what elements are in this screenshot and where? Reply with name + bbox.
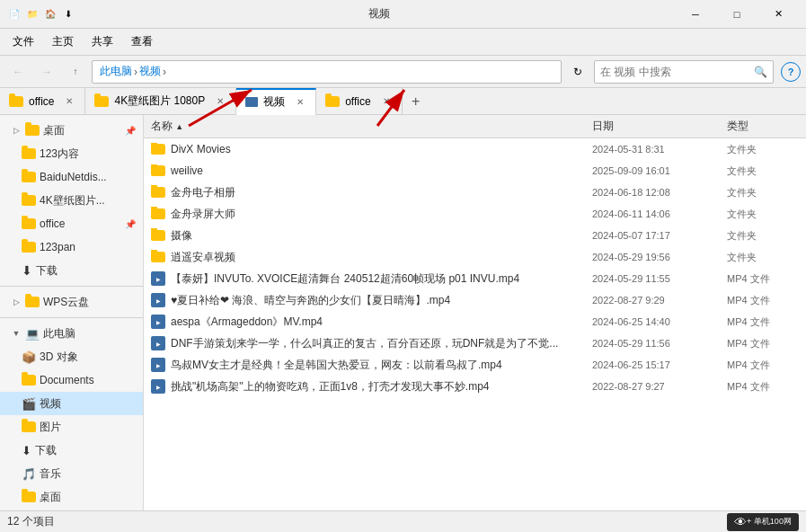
search-input[interactable] (600, 66, 750, 78)
mp4-icon-aespa (151, 315, 165, 329)
sidebar-item-thispc[interactable]: ▼ 💻 此电脑 (0, 322, 143, 345)
watermark: 👁+ 单机100网 (727, 513, 799, 531)
sidebar-item-3d[interactable]: 📦 3D 对象 (0, 345, 143, 368)
tab-4k-close[interactable]: ✕ (214, 95, 226, 108)
file-row[interactable]: 挑战"机场高架"上的物资吃鸡，正面1v8，打壳才发现大事不妙.mp4 2022-… (144, 376, 806, 397)
sidebar-item-123pan[interactable]: 123pan (0, 235, 143, 259)
menu-home[interactable]: 主页 (43, 31, 83, 53)
mp4-icon-summer (151, 293, 165, 307)
minimize-button[interactable]: ─ (675, 0, 716, 29)
file-row[interactable]: weilive 2025-09-09 16:01 文件夹 (144, 160, 806, 182)
file-name-weilive: weilive (151, 164, 592, 177)
file-name-divxmovies: DivX Movies (151, 143, 592, 155)
forward-button[interactable]: → (34, 60, 59, 84)
tab-office2-close[interactable]: ✕ (380, 95, 393, 108)
file-list-header: 名称 ▲ 日期 类型 (144, 115, 806, 138)
tab-office2-icon (325, 96, 340, 107)
sidebar-icon-wps (25, 297, 40, 307)
file-row[interactable]: 金舟电子相册 2024-06-18 12:08 文件夹 (144, 182, 806, 203)
sidebar-item-videos[interactable]: 🎬 视频 (0, 392, 143, 415)
up-button[interactable]: ↑ (63, 60, 88, 84)
title-icon-folder: 📁 (25, 7, 40, 22)
sidebar-item-123[interactable]: 123内容 (0, 142, 143, 165)
sidebar-label-desktop: 桌面 (43, 123, 65, 138)
sidebar-item-documents[interactable]: Documents (0, 368, 143, 392)
sidebar-item-music[interactable]: 🎵 音乐 (0, 462, 143, 485)
sidebar-item-desktop2[interactable]: 桌面 (0, 485, 143, 509)
folder-icon-weilive (151, 165, 165, 176)
address-box[interactable]: 此电脑 › 视频 › (92, 60, 562, 84)
tab-office1[interactable]: office ✕ (0, 88, 85, 115)
search-icon[interactable]: 🔍 (754, 66, 767, 78)
window-controls: ─ □ ✕ (675, 0, 799, 29)
tab-office1-icon (9, 96, 23, 107)
file-row[interactable]: aespa《Armageddon》MV.mp4 2024-06-25 14:40… (144, 311, 806, 332)
tab-video-close[interactable]: ✕ (294, 96, 306, 109)
sidebar-item-office[interactable]: office 📌 (0, 212, 143, 235)
menu-bar: 文件 主页 共享 查看 (0, 29, 806, 56)
tab-office1-close[interactable]: ✕ (63, 95, 75, 108)
breadcrumb-sep1: › (134, 66, 137, 78)
file-row[interactable]: 金舟录屏大师 2024-06-11 14:06 文件夹 (144, 203, 806, 225)
refresh-button[interactable]: ↻ (565, 60, 590, 84)
sidebar-expand-wps: ▷ (11, 297, 22, 307)
sidebar-item-downloads[interactable]: ⬇ 下载 (0, 439, 143, 462)
sidebar-label-videos: 视频 (40, 396, 61, 412)
file-type-weilive: 文件夹 (727, 164, 799, 178)
file-row[interactable]: 摄像 2024-05-07 17:17 文件夹 (144, 225, 806, 246)
sidebar-icon-desktop2 (22, 492, 36, 502)
folder-icon-sheying (151, 230, 165, 241)
sidebar-item-download[interactable]: ⬇ 下载 (0, 259, 143, 282)
back-button[interactable]: ← (5, 60, 31, 84)
file-date-taeyon: 2024-05-29 11:55 (592, 273, 727, 284)
sidebar-pin-office: 📌 (125, 219, 136, 229)
file-row[interactable]: 逍遥安卓视频 2024-05-29 19:56 文件夹 (144, 246, 806, 268)
maximize-button[interactable]: □ (716, 0, 757, 29)
tab-4k-label: 4K壁纸图片 1080P (114, 93, 205, 109)
sidebar-item-desktop[interactable]: ▷ 桌面 📌 (0, 119, 143, 142)
sidebar-expand-thispc: ▼ (11, 328, 22, 339)
col-header-name[interactable]: 名称 ▲ (151, 119, 592, 134)
file-type-dnf: MP4 文件 (727, 337, 799, 350)
file-row[interactable]: 【泰妍】INVUTo. XVOICE超清舞台 240512超清60帧现场 p01… (144, 268, 806, 289)
sidebar-pin-desktop: 📌 (125, 126, 136, 136)
file-row[interactable]: ♥夏日补给❤ 海浪、晴空与奔跑的少女们【夏日晴海】.mp4 2022-08-27… (144, 289, 806, 311)
mp4-icon-niaozu (151, 358, 165, 372)
mp4-icon-dnf (151, 336, 165, 350)
title-bar: 📄 📁 🏠 ⬇ 视频 ─ □ ✕ (0, 0, 806, 29)
sidebar-icon-baidu (22, 172, 36, 182)
tab-video[interactable]: 视频 ✕ (236, 88, 316, 115)
close-button[interactable]: ✕ (757, 0, 799, 29)
address-bar: ← → ↑ 此电脑 › 视频 › ↻ 🔍 ? (0, 56, 806, 88)
breadcrumb-videos[interactable]: 视频 (139, 64, 161, 79)
breadcrumb-computer[interactable]: 此电脑 (100, 64, 132, 79)
file-row[interactable]: DNF手游策划来学一学，什么叫真正的复古，百分百还原，玩DNF就是为了不觉...… (144, 332, 806, 354)
col-header-type[interactable]: 类型 (727, 119, 799, 134)
add-tab-button[interactable]: + (403, 88, 430, 115)
tab-office2-label: office (345, 95, 370, 108)
file-row[interactable]: DivX Movies 2024-05-31 8:31 文件夹 (144, 138, 806, 160)
search-box[interactable]: 🔍 (594, 60, 774, 84)
file-type-jinzhouxiangce: 文件夹 (727, 186, 799, 200)
file-name-summer: ♥夏日补给❤ 海浪、晴空与奔跑的少女们【夏日晴海】.mp4 (151, 293, 592, 308)
sidebar-item-baidu[interactable]: BaiduNetdis... (0, 165, 143, 189)
sidebar-icon-desktop (25, 125, 40, 136)
file-type-aespa: MP4 文件 (727, 315, 799, 329)
sidebar-item-4kwallpaper[interactable]: 4K壁纸图片... (0, 189, 143, 212)
col-header-date[interactable]: 日期 (592, 119, 727, 134)
help-button[interactable]: ? (781, 62, 801, 82)
sidebar-icon-documents (22, 375, 36, 386)
menu-share[interactable]: 共享 (83, 31, 122, 53)
sidebar-item-wps[interactable]: ▷ WPS云盘 (0, 290, 143, 314)
tab-office2[interactable]: office ✕ (316, 88, 402, 115)
sidebar-divider1 (0, 286, 143, 287)
tab-4k[interactable]: 4K壁纸图片 1080P ✕ (85, 88, 236, 115)
file-type-niaozu: MP4 文件 (727, 359, 799, 372)
file-name-aespa: aespa《Armageddon》MV.mp4 (151, 315, 592, 330)
sidebar-item-pictures[interactable]: 图片 (0, 415, 143, 439)
sidebar-label-123: 123内容 (40, 146, 79, 162)
file-type-taeyon: MP4 文件 (727, 272, 799, 286)
file-row[interactable]: 鸟叔MV女主才是经典！全是韩国大热爱豆，网友：以前看鸟叔了.mp4 2024-0… (144, 354, 806, 376)
menu-view[interactable]: 查看 (122, 31, 162, 53)
menu-file[interactable]: 文件 (4, 31, 43, 53)
